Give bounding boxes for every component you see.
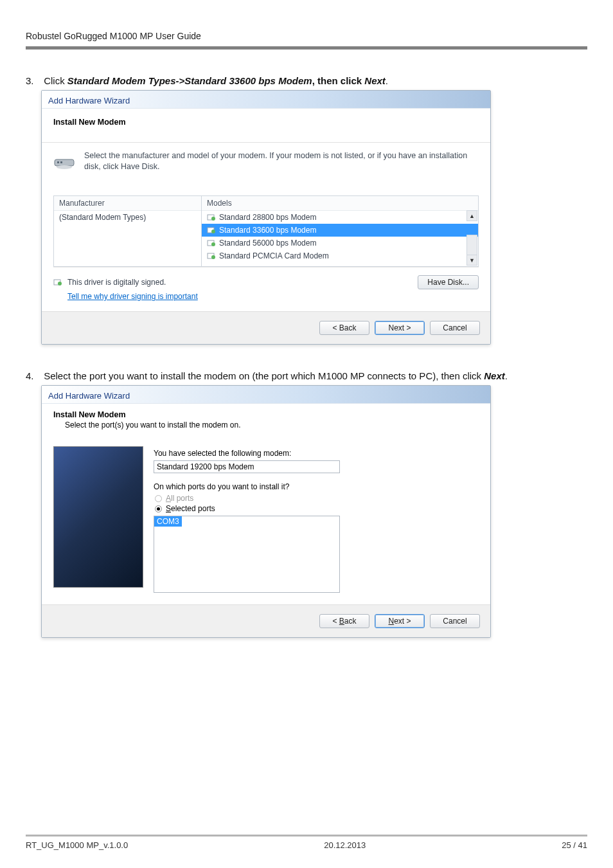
text: . [505,370,508,381]
model-label: Standard 33600 bps Modem [219,226,316,235]
wizard-header: Install New Modem [42,109,490,142]
text: , then click [312,75,365,86]
text: < [332,617,339,626]
model-item[interactable]: Standard 28800 bps Modem [202,211,478,224]
step-3: 3. Click Standard Modem Types->Standard … [26,75,587,86]
wizard-footer: < Back Next > Cancel [42,604,490,637]
radio-selected-ports[interactable]: Selected ports [155,504,479,513]
wizard-subheading: Select the port(s) you want to install t… [53,420,479,429]
scroll-thumb[interactable] [466,235,477,257]
footer-row: RT_UG_M1000 MP_v.1.0.0 20.12.2013 25 / 4… [26,840,587,850]
form-column: You have selected the following modem: S… [154,446,479,593]
wizard-install-modem-1: Add Hardware Wizard Install New Modem Se… [41,90,491,345]
manufacturer-header: Manufacturer [54,196,201,211]
text: Select the port you want to install the … [44,370,484,381]
models-pane[interactable]: Models Standard 28800 bps Modem Standard… [201,195,479,267]
step-4: 4. Select the port you want to install t… [26,370,587,381]
cancel-button[interactable]: Cancel [430,321,480,335]
text: A [166,494,171,503]
back-button[interactable]: < Back [319,614,369,628]
selected-modem-field: Standard 19200 bps Modem [154,460,340,473]
model-item[interactable]: Standard 56000 bps Modem [202,237,478,249]
wizard-side-image [53,446,143,588]
modem-icon [53,150,75,172]
radio-label: Selected ports [166,504,215,513]
text: Next [484,370,505,381]
wizard-body: Select the manufacturer and model of you… [42,142,490,311]
svg-point-13 [58,282,62,285]
ports-question: On which ports do you want to install it… [154,482,479,491]
wizard-body: You have selected the following modem: S… [42,439,490,604]
text: Next [364,75,386,86]
footer-center: 20.12.2013 [324,840,366,850]
text: Click [44,75,67,86]
wizard-title: Add Hardware Wizard [42,386,490,404]
step-3-num: 3. [26,75,41,86]
svg-point-1 [57,165,72,169]
text: ack [344,617,357,626]
text: . [386,75,388,86]
svg-point-11 [211,255,215,259]
text: elected ports [171,504,215,513]
cancel-button[interactable]: Cancel [430,614,480,628]
driver-signing-link[interactable]: Tell me why driver signing is important [67,292,198,301]
info-row: Select the manufacturer and model of you… [53,150,479,172]
signed-text: This driver is digitally signed. [67,278,166,287]
models-header: Models [202,196,478,211]
text: ll ports [171,494,193,503]
model-label: Standard 56000 bps Modem [219,239,316,248]
port-listbox[interactable]: COM3 [154,516,340,593]
page-header: Robustel GoRugged M1000 MP User Guide [26,31,587,41]
svg-point-9 [211,242,215,246]
scroll-up-icon[interactable]: ▲ [466,210,477,221]
wizard-heading: Install New Modem [53,410,479,419]
next-button[interactable]: Next > [375,614,425,628]
selected-modem-label: You have selected the following modem: [154,449,479,458]
port-item-selected[interactable]: COM3 [154,516,182,527]
step-3-text: Click Standard Modem Types->Standard 336… [44,75,388,86]
svg-rect-2 [57,161,59,163]
step-4-text: Select the port you want to install the … [44,370,508,381]
wizard-heading: Install New Modem [53,118,479,127]
cert-icon [207,226,216,235]
radio-icon [155,505,162,512]
step-4-num: 4. [26,370,41,381]
radio-icon [155,495,162,502]
svg-point-5 [211,217,215,221]
model-item[interactable]: Standard PCMCIA Card Modem [202,249,478,262]
have-disk-button[interactable]: Have Disk... [418,275,479,289]
cert-icon [207,213,216,222]
footer-right: 25 / 41 [562,840,587,850]
back-button[interactable]: < Back [319,321,369,335]
footer-left: RT_UG_M1000 MP_v.1.0.0 [26,840,128,850]
model-item-selected[interactable]: Standard 33600 bps Modem [202,224,478,237]
wizard-title: Add Hardware Wizard [42,91,490,109]
info-text: Select the manufacturer and model of you… [84,150,479,172]
wizard-header: Install New Modem Select the port(s) you… [42,404,490,439]
page-footer: RT_UG_M1000 MP_v.1.0.0 20.12.2013 25 / 4… [26,835,587,850]
svg-point-7 [211,230,215,233]
two-pane: Manufacturer (Standard Modem Types) Mode… [53,195,479,267]
next-button[interactable]: Next > [375,321,425,335]
text: B [339,617,344,626]
manufacturer-item[interactable]: (Standard Modem Types) [54,211,201,224]
cert-icon [207,239,216,248]
text: ext > [394,617,411,626]
radio-all-ports: All ports [155,494,479,503]
model-label: Standard PCMCIA Card Modem [219,251,329,260]
text: S [166,504,171,513]
footer-divider [26,835,587,836]
svg-rect-3 [60,161,62,163]
header-divider [26,46,587,50]
radio-label: All ports [166,494,193,503]
wizard-install-modem-2: Add Hardware Wizard Install New Modem Se… [41,385,491,638]
signed-row: This driver is digitally signed. Have Di… [53,275,479,289]
text: Standard Modem Types->Standard 33600 bps… [67,75,312,86]
cert-icon [53,278,62,287]
scroll-down-icon[interactable]: ▼ [466,255,477,266]
manufacturer-pane[interactable]: Manufacturer (Standard Modem Types) [53,195,201,267]
model-label: Standard 28800 bps Modem [219,213,316,222]
cert-icon [207,251,216,260]
wizard-footer: < Back Next > Cancel [42,311,490,344]
text: N [388,617,394,626]
